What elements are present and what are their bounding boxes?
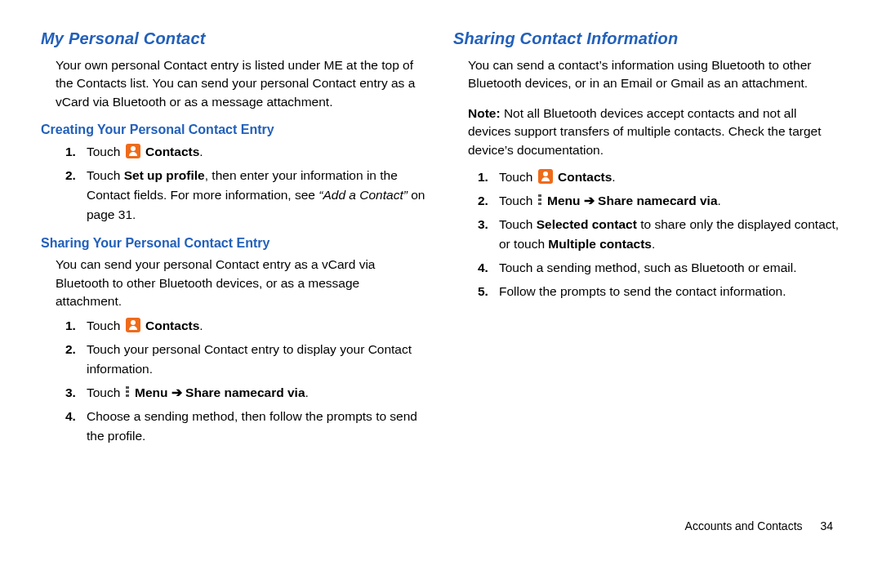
step-number: 2. (65, 166, 76, 185)
step-number: 1. (65, 316, 76, 336)
steps-sharing-personal: 1. Touch Contacts. 2. Touch your persona… (41, 316, 429, 446)
intro-paragraph: Your own personal Contact entry is liste… (41, 56, 429, 111)
step-post: . (718, 194, 721, 207)
step-item: 2. Touch Set up profile, then enter your… (65, 166, 429, 225)
step-number: 3. (65, 383, 76, 403)
step-number: 3. (478, 215, 488, 234)
steps-sharing-contact: 1. Touch Contacts. 2. Touch Menu ➔ Share… (453, 167, 841, 301)
step-post: . (199, 318, 203, 332)
step-text: Touch (499, 170, 537, 184)
note-block: Note: Not all Bluetooth devices accept c… (453, 105, 841, 159)
step-item: 4. Touch a sending method, such as Bluet… (478, 258, 841, 278)
step-text: Touch (499, 194, 537, 207)
step-item: 5. Follow the prompts to send the contac… (478, 282, 841, 301)
contacts-label: Contacts (145, 318, 199, 332)
step-post: . (305, 385, 309, 399)
step-text: Touch (87, 168, 124, 182)
menu-icon (538, 194, 541, 206)
step-post: . (652, 237, 655, 251)
note-text: Not all Bluetooth devices accept contact… (468, 106, 822, 157)
ui-label: Share namecard via (598, 194, 717, 207)
step-number: 4. (65, 407, 76, 426)
step-text: Follow the prompts to send the contact i… (499, 284, 786, 298)
step-number: 2. (478, 191, 488, 211)
subheading-creating: Creating Your Personal Contact Entry (41, 122, 429, 137)
step-number: 1. (65, 142, 76, 162)
arrow-icon: ➔ (580, 194, 598, 207)
arrow-icon: ➔ (167, 385, 185, 399)
step-post: . (612, 170, 615, 184)
step-number: 1. (478, 167, 488, 187)
cross-ref: “Add a Contact” (318, 188, 408, 202)
step-post: . (199, 145, 203, 158)
step-text: Touch (87, 145, 124, 158)
step-item: 1. Touch Contacts. (65, 142, 429, 162)
step-item: 4. Choose a sending method, then follow … (65, 407, 429, 446)
left-column: My Personal Contact Your own personal Co… (33, 24, 437, 547)
step-number: 4. (478, 258, 488, 278)
step-number: 5. (478, 282, 488, 301)
ui-label: Share namecard via (185, 385, 305, 399)
step-text: Touch (87, 318, 124, 332)
ui-label: Selected contact (537, 217, 637, 231)
page-number: 34 (820, 519, 833, 532)
intro-paragraph: You can send your personal Contact entry… (41, 256, 429, 310)
contacts-label: Contacts (145, 145, 199, 158)
contacts-icon (538, 169, 553, 184)
step-text: Touch (499, 217, 537, 231)
menu-label: Menu (135, 385, 167, 399)
step-text: Choose a sending method, then follow the… (87, 409, 417, 443)
note-label: Note: (468, 106, 501, 120)
step-number: 2. (65, 340, 76, 359)
subheading-sharing-personal: Sharing Your Personal Contact Entry (41, 236, 429, 251)
footer-section: Accounts and Contacts (685, 519, 803, 532)
step-item: 1. Touch Contacts. (65, 316, 429, 336)
step-item: 2. Touch Menu ➔ Share namecard via. (478, 191, 841, 211)
contacts-label: Contacts (558, 170, 612, 184)
heading-sharing-contact-info: Sharing Contact Information (453, 29, 841, 48)
step-item: 2. Touch your personal Contact entry to … (65, 340, 429, 379)
step-item: 3. Touch Selected contact to share only … (478, 215, 841, 254)
steps-creating: 1. Touch Contacts. 2. Touch Set up profi… (41, 142, 429, 225)
contacts-icon (126, 318, 140, 332)
menu-label: Menu (547, 194, 580, 207)
ui-label: Multiple contacts (548, 237, 652, 251)
menu-icon (126, 386, 129, 398)
ui-label: Set up profile (124, 168, 205, 182)
contacts-icon (126, 144, 140, 158)
right-column: Sharing Contact Information You can send… (445, 24, 849, 547)
heading-my-personal-contact: My Personal Contact (41, 29, 429, 48)
intro-paragraph: You can send a contact’s information usi… (453, 56, 841, 93)
step-text: Touch a sending method, such as Bluetoot… (499, 261, 796, 274)
step-text: Touch (87, 385, 124, 399)
page-footer: Accounts and Contacts 34 (685, 519, 833, 532)
step-item: 3. Touch Menu ➔ Share namecard via. (65, 383, 429, 403)
manual-page: My Personal Contact Your own personal Co… (0, 0, 882, 547)
step-text: Touch your personal Contact entry to dis… (87, 342, 412, 376)
step-item: 1. Touch Contacts. (478, 167, 841, 187)
